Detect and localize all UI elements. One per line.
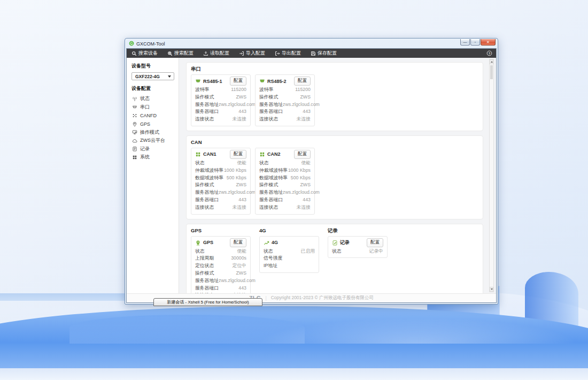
section-can: CANCAN1配置状态使能仲裁域波特率1000 Kbps数据域波特率500 Kb…	[191, 139, 319, 215]
device-model-select[interactable]: GXF222-4G	[131, 72, 174, 80]
content-box-3: GPSGPS配置状态使能上报周期30000s定位状态定位中操作模式ZWS服务器地…	[186, 224, 483, 293]
svg-text:?: ?	[489, 52, 491, 55]
row-label: 服务器地址	[259, 189, 283, 196]
card-row: 波特率115200	[259, 86, 311, 94]
row-label: 数据域波特率	[259, 174, 288, 182]
row-label: 操作模式	[259, 94, 278, 101]
save-config-button[interactable]: 保存配置	[311, 50, 337, 57]
row-label: 定位状态	[195, 262, 214, 270]
row-label: 状态	[195, 159, 205, 167]
sidebar-item-label: GPS	[140, 121, 150, 127]
card-row: 服务器端口443	[195, 285, 246, 292]
card-title: GPS	[203, 240, 228, 245]
sidebar-item-canfd[interactable]: CANFD	[127, 111, 179, 120]
section-g22: 记录记录配置状态记录中	[328, 227, 392, 259]
sidebar-item-label: 状态	[140, 95, 150, 102]
card-header: RS485-2配置	[259, 77, 311, 86]
app-icon	[129, 41, 134, 47]
card-header: CAN2配置	[259, 150, 311, 159]
signal-4g-icon	[264, 240, 269, 246]
xshell-window-tab[interactable]: 新建会话 - Xshell 5 (Free for Home/School)	[153, 298, 262, 306]
card-gps: GPS配置状态使能上报周期30000s定位状态定位中操作模式ZWS服务器地址zw…	[191, 236, 251, 293]
search-device-icon	[131, 51, 137, 56]
row-value: 未连接	[233, 116, 246, 123]
maximize-button[interactable]: ▫	[470, 39, 480, 45]
row-value: 使能	[301, 159, 311, 167]
card-row: 操作模式ZWS	[195, 181, 246, 189]
sidebar-item-mode[interactable]: 操作模式	[127, 128, 179, 136]
card-row: 仲裁域波特率1000 Kbps	[195, 167, 246, 174]
config-button[interactable]: 配置	[294, 77, 311, 86]
search-config-button[interactable]: 搜索配置	[167, 50, 194, 57]
scroll-up-button[interactable]	[490, 59, 493, 64]
read-config-button[interactable]: 读取配置	[203, 50, 229, 57]
row-value: 443	[238, 196, 246, 204]
card-row: 连接状态未连接	[195, 292, 246, 293]
sidebar-item-status[interactable]: 状态	[127, 95, 179, 103]
help-icon[interactable]: ?	[486, 50, 492, 56]
sidebar-item-serial[interactable]: 串口	[127, 103, 179, 112]
can-icon	[195, 151, 201, 157]
background-front-ledge	[0, 368, 588, 380]
export-config-button[interactable]: 导出配置	[275, 50, 301, 57]
section-cards: 4G状态已启用信号强度IP地址	[259, 236, 323, 273]
import-config-button[interactable]: 导入配置	[239, 50, 265, 57]
config-button[interactable]: 配置	[230, 150, 246, 159]
sidebar-item-label: 串口	[140, 104, 150, 111]
row-value: 未连接	[233, 204, 246, 211]
section-title: CAN	[191, 139, 319, 145]
footer-divider: |	[265, 295, 266, 301]
card-title: RS485-2	[267, 79, 292, 84]
row-value: ZWS	[300, 94, 311, 101]
row-label: 连接状态	[195, 292, 214, 293]
card-row: 服务器地址zws.zlgcloud.com	[259, 101, 311, 109]
sidebar-item-system[interactable]: 系统	[127, 153, 179, 162]
titlebar[interactable]: GXCOM-Tool —▫✕	[126, 39, 497, 48]
card-row: 波特率115200	[195, 86, 246, 94]
sidebar-item-cloud[interactable]: ZWS云平台	[127, 136, 179, 145]
row-label: IP地址	[264, 262, 277, 270]
section-title: 串口	[191, 66, 319, 72]
xshell-tab-title: 新建会话 - Xshell 5 (Free for Home/School)	[167, 299, 249, 305]
card-row: 服务器地址zws.zlgcloud.com	[195, 189, 246, 196]
toolbar-button-label: 导出配置	[282, 50, 301, 57]
section-title: 记录	[328, 227, 392, 233]
row-value: 30000s	[231, 255, 246, 262]
row-value: zws.zlgcloud.com	[283, 189, 320, 196]
row-value: 443	[303, 196, 311, 204]
scroll-down-button[interactable]	[490, 287, 493, 292]
sidebar-item-record[interactable]: 记录	[127, 145, 179, 154]
sidebar-item-gps[interactable]: GPS	[127, 120, 179, 128]
device-model-value: GXF222-4G	[135, 74, 160, 79]
card-title: 4G	[272, 240, 315, 245]
card-row: 操作模式ZWS	[195, 270, 246, 277]
row-label: 波特率	[259, 86, 273, 94]
row-value: 1000 Kbps	[224, 167, 246, 174]
card-header: GPS配置	[195, 238, 246, 247]
card-header: 记录配置	[332, 238, 383, 247]
row-label: 服务器端口	[259, 108, 283, 116]
card-row: 操作模式ZWS	[195, 94, 246, 101]
mode-icon	[132, 130, 137, 135]
toolbar: 搜索设备搜索配置读取配置导入配置导出配置保存配置?	[127, 49, 496, 58]
config-button[interactable]: 配置	[367, 238, 383, 247]
search-device-button[interactable]: 搜索设备	[131, 50, 158, 57]
close-button[interactable]: ✕	[481, 39, 496, 45]
card-row: 连接状态未连接	[195, 116, 246, 123]
config-button[interactable]: 配置	[294, 150, 311, 159]
section-title: GPS	[191, 227, 255, 233]
vertical-scrollbar[interactable]	[489, 59, 494, 292]
row-value: 115200	[295, 86, 311, 94]
config-button[interactable]: 配置	[230, 238, 246, 247]
row-value: 500 Kbps	[227, 174, 246, 182]
minimize-button[interactable]: —	[460, 39, 470, 45]
row-label: 连接状态	[259, 116, 278, 123]
row-label: 上报周期	[195, 255, 214, 262]
row-value: zws.zlgcloud.com	[219, 101, 256, 109]
scrollbar-thumb[interactable]	[490, 65, 493, 79]
card-title: CAN2	[267, 151, 292, 157]
device-config-label: 设备配置	[127, 85, 179, 95]
system-icon	[132, 155, 137, 160]
config-button[interactable]: 配置	[230, 77, 246, 86]
record-pencil-icon	[332, 240, 338, 246]
